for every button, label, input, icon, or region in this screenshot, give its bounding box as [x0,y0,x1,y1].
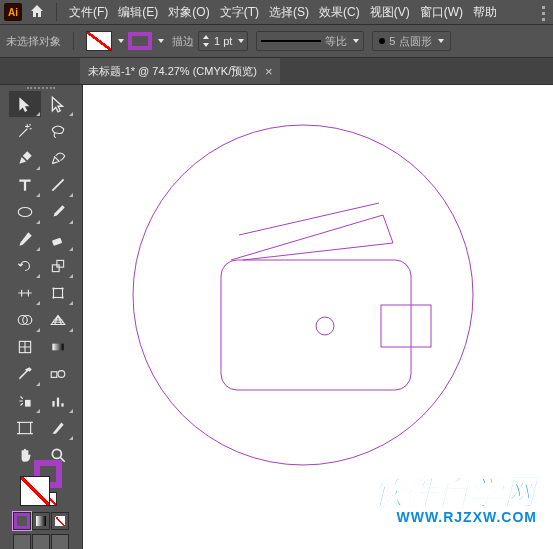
svg-rect-25 [381,305,431,347]
screen-mode-presentation[interactable] [51,534,69,549]
stroke-weight-stepper[interactable]: 1 pt [198,31,248,51]
svg-point-9 [61,297,63,299]
watermark-url: WWW.RJZXW.COM [372,510,537,524]
stroke-weight-group: 描边 1 pt [172,31,248,51]
fill-stroke-indicator[interactable] [20,476,62,488]
divider [56,3,57,21]
scale-tool[interactable] [42,253,74,279]
svg-rect-18 [56,398,58,407]
menu-window[interactable]: 窗口(W) [418,2,465,23]
fill-indicator[interactable] [20,476,50,506]
document-tab[interactable]: 未标题-1* @ 74.27% (CMYK/预览) × [80,58,280,84]
menu-type[interactable]: 文字(T) [218,2,261,23]
gradient-tool[interactable] [42,334,74,360]
direct-selection-tool[interactable] [42,91,74,117]
screen-mode-normal[interactable] [13,534,31,549]
blend-tool[interactable] [42,361,74,387]
svg-rect-13 [52,344,63,351]
svg-rect-4 [56,261,63,268]
tool-panel [0,85,83,549]
control-bar: 未选择对象 描边 1 pt 等比 5 点圆形 [0,25,553,58]
panel-dots-icon[interactable] [537,6,549,21]
color-mode-gradient[interactable] [32,512,50,530]
free-transform-tool[interactable] [42,280,74,306]
brush-dot-icon [379,38,385,44]
svg-rect-19 [61,403,63,406]
canvas[interactable]: 软件自学网 WWW.RJZXW.COM [83,85,553,549]
menu-view[interactable]: 视图(V) [368,2,412,23]
menu-edit[interactable]: 编辑(E) [116,2,160,23]
screen-mode-full[interactable] [32,534,50,549]
fill-swatch[interactable] [86,31,112,51]
flyout-icon [36,301,40,305]
app-logo-icon: Ai [4,3,22,21]
perspective-grid-tool[interactable] [42,307,74,333]
svg-point-7 [61,288,63,290]
menu-file[interactable]: 文件(F) [67,2,110,23]
lasso-tool[interactable] [42,118,74,144]
stroke-profile-dropdown[interactable]: 等比 [256,31,364,51]
flyout-icon [69,409,73,413]
svg-point-1 [18,208,32,217]
svg-point-21 [52,450,61,459]
chevron-down-icon[interactable] [118,39,124,43]
line-tool[interactable] [42,172,74,198]
stroke-swatch[interactable] [128,32,152,50]
svg-line-0 [52,180,63,191]
magic-wand-tool[interactable] [9,118,41,144]
screen-mode-row [4,534,78,549]
artboard-tool[interactable] [9,415,41,441]
width-tool[interactable] [9,280,41,306]
uniform-label: 等比 [325,34,347,49]
svg-rect-3 [52,265,59,272]
brush-label: 5 点圆形 [389,34,431,49]
chevron-down-icon [238,39,244,43]
menu-effect[interactable]: 效果(C) [317,2,362,23]
flyout-icon [36,328,40,332]
divider [73,32,74,50]
flyout-icon [69,436,73,440]
svg-rect-2 [51,238,61,246]
stroke-label[interactable]: 描边 [172,34,194,49]
menu-bar: Ai 文件(F) 编辑(E) 对象(O) 文字(T) 选择(S) 效果(C) 视… [0,0,553,25]
chevron-down-icon [353,39,359,43]
tab-spacer [0,58,80,84]
home-icon[interactable] [28,3,46,22]
symbol-sprayer-tool[interactable] [9,388,41,414]
stroke-weight-value: 1 pt [214,35,232,47]
shape-builder-tool[interactable] [9,307,41,333]
flyout-icon [36,166,40,170]
selection-status: 未选择对象 [6,34,61,49]
paintbrush-tool[interactable] [42,199,74,225]
eraser-tool[interactable] [42,226,74,252]
rectangle-tool[interactable] [9,199,41,225]
slice-tool[interactable] [42,415,74,441]
mesh-tool[interactable] [9,334,41,360]
menu-select[interactable]: 选择(S) [267,2,311,23]
rotate-tool[interactable] [9,253,41,279]
eyedropper-tool[interactable] [9,361,41,387]
selection-tool[interactable] [9,91,41,117]
flyout-icon [36,409,40,413]
color-mode-none[interactable] [51,512,69,530]
flyout-icon [36,274,40,278]
pencil-tool[interactable] [9,226,41,252]
type-tool[interactable] [9,172,41,198]
color-mode-solid[interactable] [13,512,31,530]
close-icon[interactable]: × [265,64,273,79]
flyout-icon [69,301,73,305]
chevron-down-icon [438,39,444,43]
chevron-down-icon[interactable] [158,39,164,43]
menu-help[interactable]: 帮助 [471,2,499,23]
menu-object[interactable]: 对象(O) [166,2,211,23]
watermark-title: 软件自学网 [372,476,537,508]
panel-grip[interactable] [2,87,80,89]
pen-tool[interactable] [9,145,41,171]
brush-dropdown[interactable]: 5 点圆形 [372,31,450,51]
svg-point-26 [316,317,334,335]
svg-point-23 [133,125,473,465]
watermark: 软件自学网 WWW.RJZXW.COM [372,476,537,524]
fill-stroke-swatches [86,31,164,51]
curvature-tool[interactable] [42,145,74,171]
column-graph-tool[interactable] [42,388,74,414]
